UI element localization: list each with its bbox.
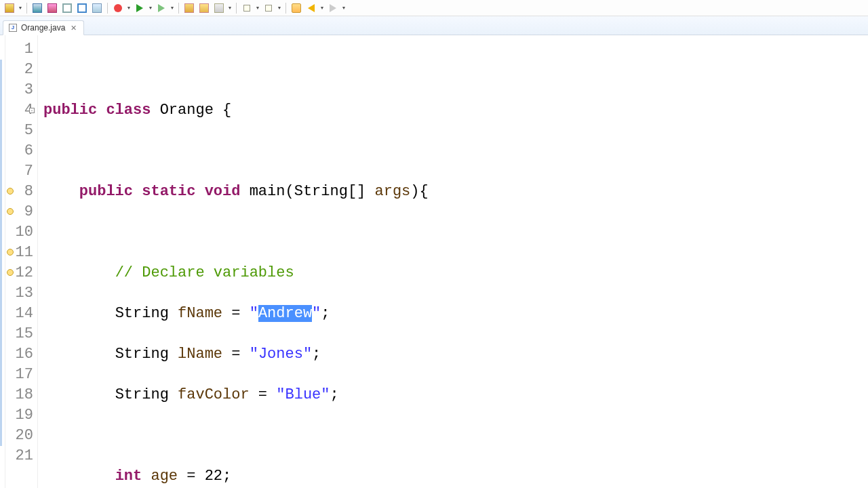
toolbar-separator — [178, 3, 179, 14]
warning-marker-icon[interactable] — [7, 249, 14, 256]
tab-close-button[interactable]: ✕ — [69, 24, 78, 33]
mark-icon — [77, 3, 87, 13]
toggle-block-button[interactable] — [60, 2, 74, 14]
keyword: int — [115, 468, 142, 485]
line-number[interactable]: 6 — [5, 141, 33, 161]
var-name: favColor — [178, 386, 250, 403]
run-dropdown[interactable]: ▼ — [148, 5, 153, 10]
back-dropdown[interactable]: ▼ — [319, 5, 325, 10]
keyword: class — [106, 102, 151, 119]
wizard-icon — [5, 3, 14, 13]
run-ext-button[interactable] — [155, 2, 168, 14]
run-ext-dropdown[interactable]: ▼ — [170, 5, 175, 10]
class-name: Orange — [160, 102, 214, 119]
line-number[interactable]: 11 — [5, 243, 33, 263]
fold-toggle-icon[interactable]: - — [29, 108, 35, 113]
warning-marker-icon[interactable] — [7, 188, 14, 195]
line-number[interactable]: 15 — [5, 324, 33, 344]
toolbar-separator — [236, 3, 237, 14]
breadcrumb-icon — [92, 3, 102, 13]
keyword: public — [79, 183, 133, 200]
run-ext-icon — [158, 4, 165, 12]
line-number[interactable]: 19 — [5, 405, 33, 426]
new-wizard-dropdown[interactable]: ▼ — [18, 5, 23, 10]
line-number[interactable]: 1 — [5, 39, 33, 60]
line-number[interactable]: 7 — [5, 161, 33, 182]
type: String — [115, 305, 169, 322]
search-button[interactable] — [212, 2, 226, 14]
prev-annotation-button[interactable] — [262, 2, 275, 14]
next-annotation-dropdown[interactable]: ▼ — [255, 5, 260, 10]
back-icon — [308, 4, 315, 12]
search-icon — [214, 3, 224, 13]
line-number[interactable]: 9 — [5, 202, 33, 222]
tab-filename: Orange.java — [21, 23, 65, 33]
line-number[interactable]: 13 — [5, 283, 33, 304]
next-anno-icon — [243, 5, 250, 12]
line-number[interactable]: 2 — [5, 60, 33, 80]
run-icon — [136, 4, 143, 12]
toolbar-separator — [285, 3, 286, 14]
keyword: public — [43, 102, 97, 119]
line-number[interactable]: 10 — [5, 222, 33, 243]
fold-bar — [0, 35, 5, 488]
line-number[interactable]: 8 — [5, 182, 33, 202]
string-literal: Blue — [285, 386, 321, 403]
warning-marker-icon[interactable] — [7, 208, 14, 215]
last-edit-button[interactable] — [290, 2, 303, 14]
line-number[interactable]: 5 — [5, 121, 33, 141]
java-file-icon: J — [9, 24, 17, 32]
back-button[interactable] — [304, 2, 318, 14]
save-button[interactable] — [31, 2, 44, 14]
line-number[interactable]: 17 — [5, 365, 33, 385]
string-selected: Andrew — [258, 305, 312, 322]
next-annotation-button[interactable] — [240, 2, 254, 14]
toggle-mark-button[interactable] — [75, 2, 89, 14]
last-edit-icon — [292, 3, 301, 13]
toolbar-separator — [26, 3, 27, 14]
line-number[interactable]: 14 — [5, 304, 33, 324]
forward-button[interactable] — [326, 2, 340, 14]
line-number[interactable]: 18 — [5, 385, 33, 405]
package-icon — [184, 3, 194, 13]
code-editor[interactable]: 1234-56789101112131415161718192021 publi… — [0, 35, 868, 488]
search-dropdown[interactable]: ▼ — [227, 5, 233, 10]
var-name: age — [151, 468, 178, 485]
type: String — [115, 386, 169, 403]
type: String — [115, 346, 169, 363]
debug-dropdown[interactable]: ▼ — [126, 5, 132, 10]
main-toolbar: ▼ ▼ ▼ ▼ ▼ ▼ ▼ ▼ ▼ — [0, 0, 868, 16]
line-number[interactable]: 3 — [5, 80, 33, 100]
editor-tab[interactable]: J Orange.java ✕ — [3, 20, 84, 35]
toggle-breadcrumb-button[interactable] — [90, 2, 104, 14]
new-wizard-button[interactable] — [3, 2, 16, 14]
number-literal: 22 — [205, 468, 222, 485]
forward-icon — [330, 4, 336, 12]
var-name: lName — [178, 346, 222, 363]
comment: // Declare variables — [115, 264, 294, 281]
block-icon — [62, 3, 72, 13]
prev-anno-icon — [265, 5, 272, 12]
toolbar-separator — [107, 3, 108, 14]
line-number[interactable]: 12 — [5, 263, 33, 283]
code-area[interactable]: public class Orange { public static void… — [38, 35, 868, 488]
string-literal: Jones — [258, 346, 303, 363]
line-number[interactable]: 4- — [5, 100, 33, 121]
line-number[interactable]: 21 — [5, 446, 33, 466]
line-number-gutter[interactable]: 1234-56789101112131415161718192021 — [5, 35, 38, 488]
save-all-button[interactable] — [45, 2, 59, 14]
debug-icon — [114, 4, 122, 12]
editor-tab-bar: J Orange.java ✕ — [0, 16, 868, 35]
run-button[interactable] — [133, 2, 146, 14]
save-all-icon — [47, 3, 57, 13]
forward-dropdown[interactable]: ▼ — [341, 5, 347, 10]
line-number[interactable]: 16 — [5, 344, 33, 365]
var-name: fName — [178, 305, 222, 322]
new-package-button[interactable] — [182, 2, 196, 14]
warning-marker-icon[interactable] — [7, 269, 14, 276]
debug-button[interactable] — [111, 2, 125, 14]
keyword: void — [205, 183, 241, 200]
line-number[interactable]: 20 — [5, 426, 33, 446]
prev-annotation-dropdown[interactable]: ▼ — [277, 5, 282, 10]
open-type-button[interactable] — [197, 2, 211, 14]
